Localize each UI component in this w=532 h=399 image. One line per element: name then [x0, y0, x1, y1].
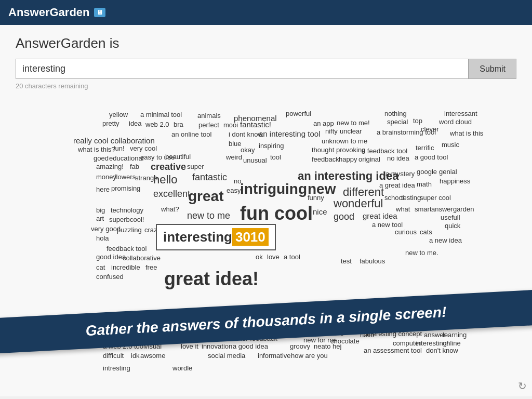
word-cloud-word: what [396, 205, 410, 214]
word-cloud-word: great idea [363, 211, 397, 221]
word-cloud-word: cat [96, 263, 105, 272]
word-cloud-word: music [442, 141, 459, 149]
word-cloud-word: very good [91, 225, 121, 233]
word-cloud-word: puzzling [117, 226, 142, 234]
word-cloud-word: collaborative [123, 254, 161, 262]
word-cloud-word: unusual [243, 156, 267, 165]
word-cloud-word: test [341, 257, 352, 265]
word-cloud-word: nothing [384, 110, 407, 118]
word-cloud-word: web 2.0 [145, 121, 169, 129]
word-cloud-word: what? [161, 205, 179, 214]
submit-button[interactable]: Submit [469, 59, 516, 79]
word-cloud-word: terrific [416, 144, 434, 152]
word-cloud-word: goed [94, 154, 109, 163]
word-cloud-word: hello [153, 173, 177, 187]
word-cloud-word: a good tool [415, 153, 448, 162]
word-cloud-word: an online tool [171, 130, 211, 139]
word-cloud-word: mooi [223, 121, 238, 129]
word-cloud-word: amazing! [96, 163, 124, 171]
word-cloud-word: good idea [96, 253, 126, 261]
word-cloud-word: testing [401, 194, 421, 202]
word-cloud-word: intresting [103, 364, 130, 373]
word-cloud-word: technology [111, 206, 143, 215]
word-cloud-word: don't know [426, 347, 458, 355]
word-cloud-word: weird [226, 153, 242, 162]
input-overlay: interesting3010 [156, 224, 276, 250]
word-cloud-word: good [334, 211, 354, 223]
word-cloud-word: how are you [291, 352, 328, 360]
word-cloud-word: big [96, 206, 105, 215]
word-cloud-word: great [188, 188, 223, 205]
word-cloud-word: blue [229, 140, 242, 148]
word-cloud-word: neato [314, 342, 331, 351]
word-cloud-word: what is this [450, 129, 483, 138]
word-cloud-word: excellent [153, 189, 190, 200]
word-cloud-word: love [267, 253, 280, 261]
logo-icon: 🖥 [94, 8, 105, 17]
word-cloud-word: promising [111, 184, 140, 193]
word-cloud-word: learning [443, 331, 467, 339]
word-cloud-word: super [187, 163, 204, 171]
input-row: Submit [16, 59, 516, 79]
word-cloud-word: a minimal tool [140, 111, 182, 119]
word-cloud-word: cool! [130, 216, 144, 224]
word-cloud-word: curious [395, 228, 417, 236]
word-cloud-word: superb [109, 216, 130, 224]
word-cloud-word: powerful [286, 110, 311, 118]
word-cloud-word: original [358, 155, 380, 164]
word-cloud-word: an interesting tool [259, 129, 320, 139]
word-cloud-word: interessant [444, 110, 477, 118]
word-cloud-word: art [96, 215, 104, 223]
word-cloud-word: what is this? [78, 145, 115, 154]
word-cloud-word: here [96, 185, 110, 194]
main-content: AnswerGarden is Submit 20 characters rem… [0, 25, 532, 95]
word-cloud-word: money [96, 173, 116, 181]
word-cloud-word: feedback tool [107, 245, 147, 253]
word-cloud-word: genial [439, 168, 457, 176]
word-cloud-word: nifty [325, 127, 338, 136]
word-cloud-word: no idea [387, 154, 409, 163]
count-badge: 3010 [232, 228, 269, 246]
word-cloud-word: new to me [187, 210, 230, 222]
word-cloud-word: fantastic! [240, 120, 271, 129]
word-cloud-word: answergarden [431, 205, 474, 214]
answer-input[interactable] [16, 59, 469, 79]
refresh-icon[interactable]: ↻ [518, 380, 527, 392]
word-cloud-word: fab [130, 163, 139, 171]
word-cloud-word: feedback [312, 155, 339, 164]
word-cloud-word: thought provoking [312, 146, 365, 154]
word-cloud-word: new to me! [337, 119, 370, 127]
word-cloud-word: a great idea [379, 181, 415, 190]
word-cloud-word: google [417, 168, 437, 176]
word-cloud-word: happiness [440, 177, 470, 185]
word-cloud-word: a mystery [385, 170, 415, 178]
word-cloud-word: bra [174, 121, 183, 129]
word-cloud-word: informative [258, 352, 291, 360]
word-cloud-word: fabulous [360, 257, 385, 265]
word-cloud-word: incredible [111, 263, 140, 272]
word-cloud-word: unclear [340, 127, 362, 136]
word-cloud-word: yellow [109, 111, 128, 119]
word-cloud-word: math [417, 180, 432, 189]
word-cloud-word: happy [339, 155, 357, 164]
word-cloud-word: very cool [130, 144, 157, 153]
word-cloud-word: a tool [284, 253, 300, 261]
word-cloud-word: creative [151, 162, 186, 173]
word-cloud-word: difficult [103, 352, 124, 360]
word-cloud-word: fun cool [240, 202, 313, 224]
word-cloud-word: inspiring [259, 142, 284, 150]
word-cloud-word: nice [313, 207, 327, 217]
word-cloud-word: okay [241, 146, 255, 154]
word-cloud-word: great idea! [164, 268, 259, 290]
word-cloud-word: awsome [140, 352, 165, 360]
input-text: interesting [163, 229, 232, 245]
word-cloud-word: top [413, 117, 422, 125]
word-cloud-word: innovation [202, 342, 232, 351]
word-cloud-word: easy [227, 187, 241, 195]
word-cloud-word: a brainstorming tool [377, 128, 436, 137]
word-cloud-word: special [387, 118, 408, 126]
word-cloud-word: an assessment tool [364, 347, 422, 355]
word-cloud-word: intriguing [240, 180, 307, 198]
word-cloud-word: beautiful [165, 153, 191, 161]
word-cloud-word: fantastic [192, 172, 227, 183]
